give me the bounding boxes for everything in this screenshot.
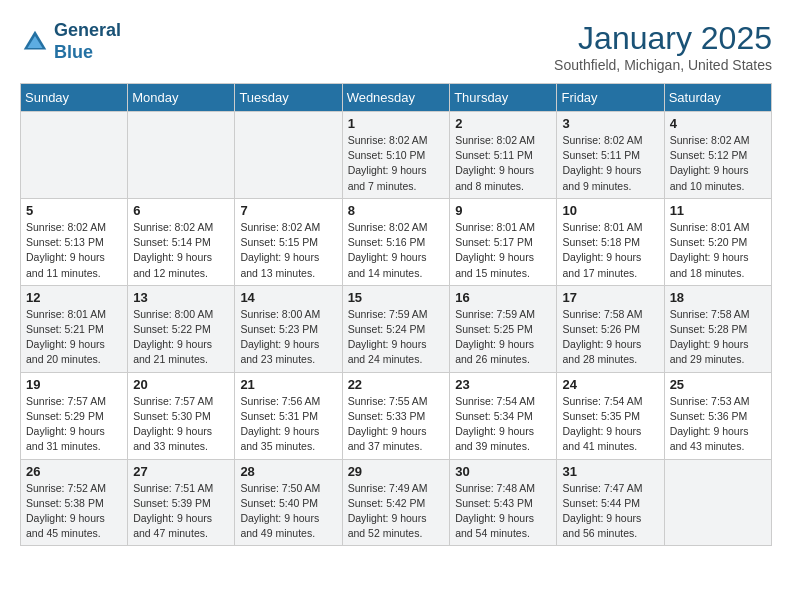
calendar-cell: 3Sunrise: 8:02 AM Sunset: 5:11 PM Daylig… bbox=[557, 112, 664, 199]
location: Southfield, Michigan, United States bbox=[554, 57, 772, 73]
day-info: Sunrise: 8:01 AM Sunset: 5:17 PM Dayligh… bbox=[455, 220, 551, 281]
weekday-header-row: SundayMondayTuesdayWednesdayThursdayFrid… bbox=[21, 84, 772, 112]
day-info: Sunrise: 8:00 AM Sunset: 5:22 PM Dayligh… bbox=[133, 307, 229, 368]
logo-line2: Blue bbox=[54, 42, 93, 62]
day-info: Sunrise: 8:02 AM Sunset: 5:13 PM Dayligh… bbox=[26, 220, 122, 281]
calendar-cell: 5Sunrise: 8:02 AM Sunset: 5:13 PM Daylig… bbox=[21, 198, 128, 285]
weekday-header: Friday bbox=[557, 84, 664, 112]
calendar-cell: 7Sunrise: 8:02 AM Sunset: 5:15 PM Daylig… bbox=[235, 198, 342, 285]
day-number: 2 bbox=[455, 116, 551, 131]
calendar-week-row: 19Sunrise: 7:57 AM Sunset: 5:29 PM Dayli… bbox=[21, 372, 772, 459]
day-info: Sunrise: 7:54 AM Sunset: 5:35 PM Dayligh… bbox=[562, 394, 658, 455]
day-number: 1 bbox=[348, 116, 445, 131]
weekday-header: Saturday bbox=[664, 84, 771, 112]
calendar-cell: 14Sunrise: 8:00 AM Sunset: 5:23 PM Dayli… bbox=[235, 285, 342, 372]
calendar-cell: 29Sunrise: 7:49 AM Sunset: 5:42 PM Dayli… bbox=[342, 459, 450, 546]
calendar-cell: 6Sunrise: 8:02 AM Sunset: 5:14 PM Daylig… bbox=[128, 198, 235, 285]
day-info: Sunrise: 7:47 AM Sunset: 5:44 PM Dayligh… bbox=[562, 481, 658, 542]
day-info: Sunrise: 8:02 AM Sunset: 5:10 PM Dayligh… bbox=[348, 133, 445, 194]
calendar-cell: 2Sunrise: 8:02 AM Sunset: 5:11 PM Daylig… bbox=[450, 112, 557, 199]
day-info: Sunrise: 7:57 AM Sunset: 5:30 PM Dayligh… bbox=[133, 394, 229, 455]
day-number: 21 bbox=[240, 377, 336, 392]
calendar-cell: 24Sunrise: 7:54 AM Sunset: 5:35 PM Dayli… bbox=[557, 372, 664, 459]
day-number: 28 bbox=[240, 464, 336, 479]
day-number: 8 bbox=[348, 203, 445, 218]
day-number: 19 bbox=[26, 377, 122, 392]
calendar-week-row: 12Sunrise: 8:01 AM Sunset: 5:21 PM Dayli… bbox=[21, 285, 772, 372]
weekday-header: Tuesday bbox=[235, 84, 342, 112]
day-info: Sunrise: 7:48 AM Sunset: 5:43 PM Dayligh… bbox=[455, 481, 551, 542]
day-info: Sunrise: 7:57 AM Sunset: 5:29 PM Dayligh… bbox=[26, 394, 122, 455]
calendar-cell: 18Sunrise: 7:58 AM Sunset: 5:28 PM Dayli… bbox=[664, 285, 771, 372]
calendar-cell: 19Sunrise: 7:57 AM Sunset: 5:29 PM Dayli… bbox=[21, 372, 128, 459]
calendar-cell: 1Sunrise: 8:02 AM Sunset: 5:10 PM Daylig… bbox=[342, 112, 450, 199]
calendar-cell: 27Sunrise: 7:51 AM Sunset: 5:39 PM Dayli… bbox=[128, 459, 235, 546]
calendar-cell: 30Sunrise: 7:48 AM Sunset: 5:43 PM Dayli… bbox=[450, 459, 557, 546]
day-number: 17 bbox=[562, 290, 658, 305]
day-number: 29 bbox=[348, 464, 445, 479]
day-number: 18 bbox=[670, 290, 766, 305]
calendar-cell: 23Sunrise: 7:54 AM Sunset: 5:34 PM Dayli… bbox=[450, 372, 557, 459]
calendar-cell bbox=[664, 459, 771, 546]
calendar-cell: 22Sunrise: 7:55 AM Sunset: 5:33 PM Dayli… bbox=[342, 372, 450, 459]
calendar-table: SundayMondayTuesdayWednesdayThursdayFrid… bbox=[20, 83, 772, 546]
day-info: Sunrise: 7:53 AM Sunset: 5:36 PM Dayligh… bbox=[670, 394, 766, 455]
page-header: General Blue January 2025 Southfield, Mi… bbox=[20, 20, 772, 73]
day-number: 6 bbox=[133, 203, 229, 218]
calendar-cell: 11Sunrise: 8:01 AM Sunset: 5:20 PM Dayli… bbox=[664, 198, 771, 285]
day-number: 16 bbox=[455, 290, 551, 305]
calendar-week-row: 26Sunrise: 7:52 AM Sunset: 5:38 PM Dayli… bbox=[21, 459, 772, 546]
day-number: 22 bbox=[348, 377, 445, 392]
calendar-cell: 9Sunrise: 8:01 AM Sunset: 5:17 PM Daylig… bbox=[450, 198, 557, 285]
logo-icon bbox=[20, 27, 50, 57]
calendar-week-row: 5Sunrise: 8:02 AM Sunset: 5:13 PM Daylig… bbox=[21, 198, 772, 285]
calendar-cell: 16Sunrise: 7:59 AM Sunset: 5:25 PM Dayli… bbox=[450, 285, 557, 372]
day-info: Sunrise: 7:59 AM Sunset: 5:24 PM Dayligh… bbox=[348, 307, 445, 368]
day-number: 14 bbox=[240, 290, 336, 305]
day-info: Sunrise: 7:54 AM Sunset: 5:34 PM Dayligh… bbox=[455, 394, 551, 455]
day-number: 11 bbox=[670, 203, 766, 218]
day-number: 30 bbox=[455, 464, 551, 479]
day-number: 7 bbox=[240, 203, 336, 218]
calendar-cell bbox=[235, 112, 342, 199]
day-number: 3 bbox=[562, 116, 658, 131]
day-info: Sunrise: 8:02 AM Sunset: 5:11 PM Dayligh… bbox=[562, 133, 658, 194]
day-info: Sunrise: 8:01 AM Sunset: 5:21 PM Dayligh… bbox=[26, 307, 122, 368]
calendar-week-row: 1Sunrise: 8:02 AM Sunset: 5:10 PM Daylig… bbox=[21, 112, 772, 199]
weekday-header: Monday bbox=[128, 84, 235, 112]
day-number: 5 bbox=[26, 203, 122, 218]
day-number: 26 bbox=[26, 464, 122, 479]
calendar-cell: 15Sunrise: 7:59 AM Sunset: 5:24 PM Dayli… bbox=[342, 285, 450, 372]
calendar-cell bbox=[128, 112, 235, 199]
calendar-cell: 8Sunrise: 8:02 AM Sunset: 5:16 PM Daylig… bbox=[342, 198, 450, 285]
weekday-header: Sunday bbox=[21, 84, 128, 112]
title-block: January 2025 Southfield, Michigan, Unite… bbox=[554, 20, 772, 73]
day-info: Sunrise: 7:58 AM Sunset: 5:28 PM Dayligh… bbox=[670, 307, 766, 368]
day-number: 15 bbox=[348, 290, 445, 305]
day-number: 31 bbox=[562, 464, 658, 479]
weekday-header: Thursday bbox=[450, 84, 557, 112]
logo: General Blue bbox=[20, 20, 121, 63]
logo-line1: General bbox=[54, 20, 121, 40]
calendar-cell: 31Sunrise: 7:47 AM Sunset: 5:44 PM Dayli… bbox=[557, 459, 664, 546]
day-number: 27 bbox=[133, 464, 229, 479]
calendar-cell: 25Sunrise: 7:53 AM Sunset: 5:36 PM Dayli… bbox=[664, 372, 771, 459]
day-info: Sunrise: 8:02 AM Sunset: 5:16 PM Dayligh… bbox=[348, 220, 445, 281]
day-info: Sunrise: 7:59 AM Sunset: 5:25 PM Dayligh… bbox=[455, 307, 551, 368]
day-info: Sunrise: 7:55 AM Sunset: 5:33 PM Dayligh… bbox=[348, 394, 445, 455]
calendar-cell: 12Sunrise: 8:01 AM Sunset: 5:21 PM Dayli… bbox=[21, 285, 128, 372]
day-info: Sunrise: 7:50 AM Sunset: 5:40 PM Dayligh… bbox=[240, 481, 336, 542]
calendar-cell: 10Sunrise: 8:01 AM Sunset: 5:18 PM Dayli… bbox=[557, 198, 664, 285]
day-number: 24 bbox=[562, 377, 658, 392]
day-info: Sunrise: 7:52 AM Sunset: 5:38 PM Dayligh… bbox=[26, 481, 122, 542]
day-info: Sunrise: 8:02 AM Sunset: 5:11 PM Dayligh… bbox=[455, 133, 551, 194]
day-info: Sunrise: 7:49 AM Sunset: 5:42 PM Dayligh… bbox=[348, 481, 445, 542]
calendar-cell: 17Sunrise: 7:58 AM Sunset: 5:26 PM Dayli… bbox=[557, 285, 664, 372]
day-number: 23 bbox=[455, 377, 551, 392]
day-number: 13 bbox=[133, 290, 229, 305]
calendar-cell: 13Sunrise: 8:00 AM Sunset: 5:22 PM Dayli… bbox=[128, 285, 235, 372]
month-title: January 2025 bbox=[554, 20, 772, 57]
logo-text: General Blue bbox=[54, 20, 121, 63]
calendar-cell: 21Sunrise: 7:56 AM Sunset: 5:31 PM Dayli… bbox=[235, 372, 342, 459]
day-info: Sunrise: 8:02 AM Sunset: 5:14 PM Dayligh… bbox=[133, 220, 229, 281]
